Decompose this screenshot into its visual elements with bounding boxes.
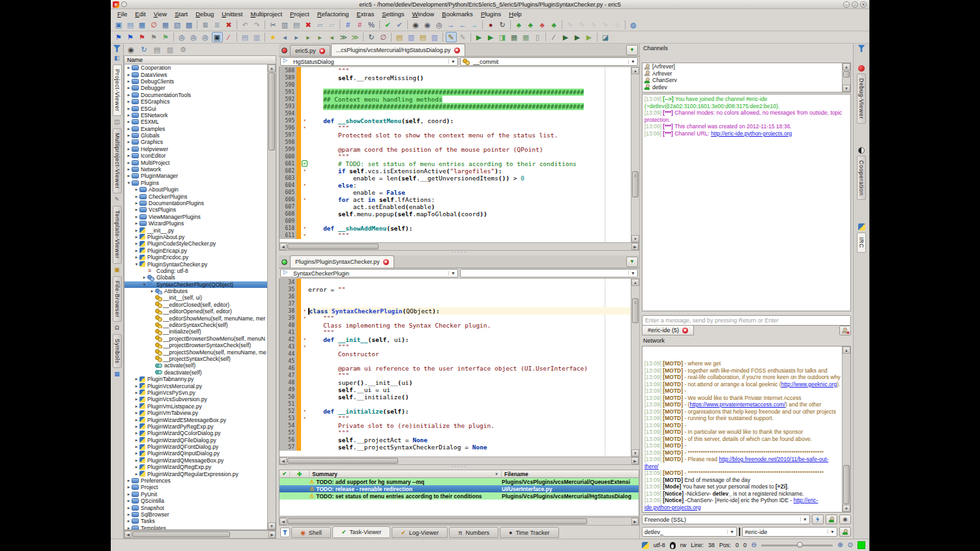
fold-margin[interactable] [301, 89, 308, 96]
zoom-out-icon[interactable]: ⊖ [751, 542, 757, 548]
zoom-reset-icon[interactable]: ◎ [200, 32, 211, 42]
method-combo[interactable]: __commit▼ [460, 57, 638, 66]
scrollbar-thumb[interactable] [287, 244, 379, 249]
tree-row[interactable]: activate(self) [124, 362, 267, 369]
close-icon[interactable]: ∅ [149, 20, 160, 30]
expander-icon[interactable]: ▸ [141, 275, 147, 280]
user-list-item[interactable]: detlev [642, 84, 850, 91]
network-log-scrollbar[interactable]: ▲ ▼ [842, 346, 850, 512]
nickname-combo[interactable]: detlev_▼ [642, 527, 737, 537]
tree-row[interactable]: ▸PluginEricdoc.py [124, 254, 267, 261]
tree-row[interactable]: ▸PluginWizardQMessageBox.py [124, 457, 267, 464]
connect-button[interactable] [812, 515, 824, 524]
tree-row[interactable]: ▸PluginTabnanny.py [124, 376, 267, 382]
expander-icon[interactable]: ▸ [126, 526, 132, 530]
expander-icon[interactable]: ▸ [126, 113, 132, 118]
run-to-cursor-icon[interactable]: ≫ [350, 32, 361, 42]
expander-icon[interactable]: ▸ [134, 390, 139, 395]
line-number[interactable]: 589 [280, 74, 296, 81]
trash-icon[interactable]: ▯ [532, 32, 543, 42]
expander-icon[interactable]: ▸ [134, 248, 139, 253]
bookmark-prev-icon[interactable]: ⚑ [137, 32, 148, 42]
expander-icon[interactable]: ▸ [134, 214, 139, 219]
cut-icon[interactable]: ✂ [268, 20, 279, 30]
fold-margin[interactable]: ▾ [301, 315, 308, 322]
comment-icon[interactable]: # [343, 20, 354, 30]
expander-icon[interactable]: ▾ [126, 180, 132, 186]
expander-icon[interactable]: ▸ [134, 384, 139, 389]
fold-margin[interactable] [301, 293, 308, 300]
fold-margin[interactable] [301, 132, 308, 139]
tree-row[interactable]: __editorSyntaxCheck(self) [124, 322, 267, 328]
scrollbar-thumb[interactable] [843, 465, 850, 504]
tree-row[interactable]: __editorShowMenu(self, menuName, mer [124, 315, 267, 321]
line-number[interactable]: 40 [280, 322, 296, 329]
fold-margin[interactable] [301, 96, 308, 103]
scroll-down-icon[interactable]: ▼ [268, 522, 276, 530]
step-icon[interactable]: ▸ [303, 32, 314, 42]
user-list-scrollbar[interactable]: ▲ ▼ [842, 63, 850, 92]
task-row[interactable]: ⚠TODO: set status of menu entries accord… [279, 492, 639, 500]
line-number[interactable]: 596 [280, 124, 296, 132]
paste-icon[interactable]: ▤ [291, 20, 302, 30]
project-vcs-log-icon[interactable]: ♣ [549, 20, 560, 30]
line-number[interactable]: 35 [280, 286, 296, 293]
expander-icon[interactable]: ▸ [149, 289, 155, 294]
expander-icon[interactable]: ▸ [134, 207, 139, 212]
line-number[interactable]: 55 [280, 429, 296, 436]
line-number[interactable]: 600 [280, 153, 296, 160]
tree-row[interactable]: __init__(self, ui) [124, 294, 267, 301]
close-tab-icon[interactable]: ✖ [454, 48, 460, 53]
expander-icon[interactable]: ▸ [126, 133, 132, 138]
scrollbar-thumb[interactable]: ≡ [632, 171, 639, 197]
restart-icon[interactable]: ↻ [497, 20, 508, 30]
scroll-right-icon[interactable]: ▶ [631, 243, 639, 250]
sidebar-tab-symbols[interactable]: Symbols [113, 334, 122, 368]
sidebar-tab-project-viewer[interactable]: Project-Viewer [113, 64, 122, 116]
save-icon[interactable]: ▦ [160, 20, 171, 30]
filter-button[interactable] [280, 528, 290, 537]
multiproject-viewer-icon[interactable]: ◫ [113, 118, 121, 126]
editor1-horizontal-scrollbar[interactable]: ◀ ▶ [279, 242, 639, 251]
line-number[interactable]: 48 [280, 379, 296, 386]
expander-icon[interactable]: ▸ [126, 126, 132, 132]
expander-icon[interactable]: ▸ [126, 173, 132, 178]
tree-row[interactable]: ▸PluginVmListspace.py [124, 403, 267, 410]
expander-icon[interactable]: ▸ [134, 201, 139, 206]
tree-row[interactable]: ▸PluginWizardQInputDialog.py [124, 450, 267, 457]
replace-icon[interactable]: ◎ [434, 20, 445, 30]
uncomment-icon[interactable]: # [354, 20, 366, 30]
file-browser-icon[interactable]: ▣ [113, 266, 121, 274]
tree-row[interactable]: ▸PluginEricapi.py [124, 247, 267, 254]
line-number[interactable]: 602 [280, 167, 296, 175]
fold-margin[interactable] [301, 175, 308, 182]
tree-row[interactable]: __projectSyntaxCheck(self) [124, 356, 267, 362]
expander-icon[interactable]: ▸ [134, 234, 139, 240]
line-number[interactable]: 603 [280, 175, 296, 182]
scroll-left-icon[interactable]: ◀ [124, 531, 132, 538]
fold-margin[interactable] [301, 365, 308, 372]
tree-row[interactable]: ▸Globals [124, 274, 267, 281]
tree-row[interactable]: ▸__init__.py [124, 227, 267, 233]
debug-script-icon[interactable]: ▶ [474, 32, 485, 42]
tree-row[interactable]: ▸Project [124, 484, 267, 490]
expander-icon[interactable]: ▸ [126, 492, 132, 497]
expander-icon[interactable]: ▸ [126, 85, 132, 91]
close-tab-icon[interactable]: ✖ [319, 48, 325, 54]
fold-margin[interactable] [301, 358, 308, 365]
menu-unittest[interactable]: Unittest [218, 10, 246, 18]
menu-project[interactable]: Project [286, 10, 313, 18]
zoom-slider[interactable] [761, 544, 833, 546]
editor2-horizontal-scrollbar[interactable]: ◀ ▶ [279, 457, 639, 465]
tree-row[interactable]: ▾SyntaxCheckerPlugin(QObject) [124, 281, 267, 288]
line-number[interactable]: 45 [280, 358, 296, 365]
user-list-item[interactable]: [Arfrever] [642, 63, 850, 70]
expander-icon[interactable]: ▸ [134, 397, 139, 402]
maximize-button[interactable]: □ [852, 1, 858, 8]
expander-icon[interactable]: ▸ [126, 512, 132, 517]
line-number[interactable]: 595 [280, 117, 296, 124]
expander-icon[interactable]: ▸ [126, 160, 132, 165]
run-project-icon[interactable]: ▶ [572, 32, 583, 42]
quicksearch-icon[interactable]: ★ [268, 32, 279, 42]
tree-row[interactable]: ▾Plugins [124, 180, 267, 186]
